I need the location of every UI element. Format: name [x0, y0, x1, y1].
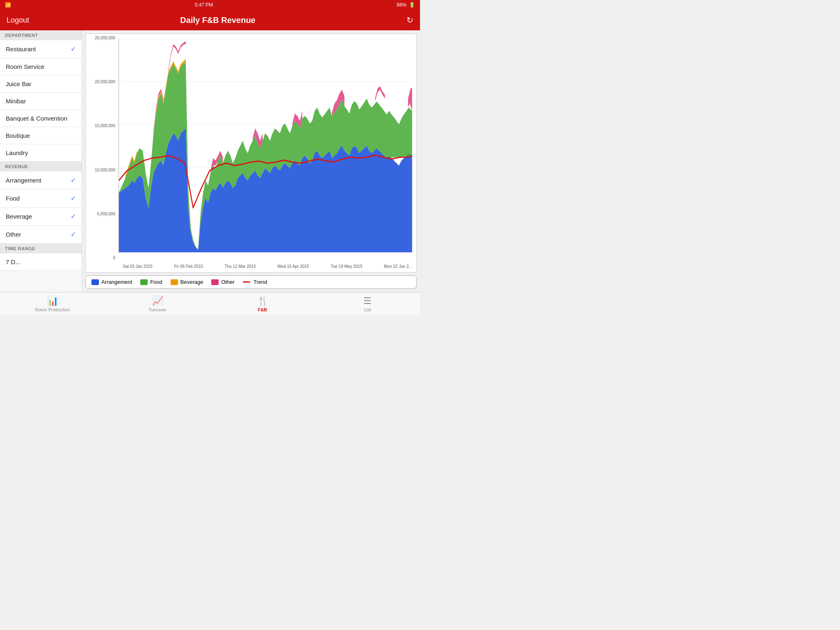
dept-label: Banquet & Convention — [6, 115, 67, 122]
x-label-mar: Thu 12 Mar 2015 — [225, 264, 256, 269]
sidebar-dept-boutique[interactable]: Boutique — [0, 127, 82, 144]
rev-label: Food — [6, 195, 20, 202]
arrangement-swatch — [91, 279, 99, 285]
chart-legend: Arrangement Food Beverage Other Trend — [85, 275, 417, 289]
sidebar-dept-minibar[interactable]: Minibar — [0, 93, 82, 110]
svg-marker-19 — [408, 88, 412, 111]
other-swatch — [211, 279, 219, 285]
status-left: 📶 — [5, 2, 11, 8]
nav-list[interactable]: ☰ List — [315, 292, 420, 315]
sidebar: DEPARTMENT Restaurant✓Room ServiceJuice … — [0, 30, 82, 292]
logout-button[interactable]: Logout — [7, 16, 29, 25]
revenue-section-header: REVENUE — [0, 162, 82, 171]
room-production-icon: 📊 — [47, 296, 58, 306]
chart-area: 0 5,000,000 10,000,000 15,000,000 20,000… — [82, 30, 420, 292]
beverage-swatch — [171, 279, 178, 285]
trend-swatch — [243, 281, 250, 283]
x-label-jun: Mon 22 Jun 2... — [384, 264, 412, 269]
fb-label: F&B — [258, 307, 267, 312]
sidebar-dept-restaurant[interactable]: Restaurant✓ — [0, 40, 82, 58]
battery-icon: 🔋 — [409, 2, 415, 8]
page-title: Daily F&B Revenue — [180, 16, 255, 25]
dept-label: Laundry — [6, 149, 28, 156]
x-axis: Sat 03 Jan 2015 Fri 06 Feb 2015 Thu 12 M… — [119, 260, 416, 272]
x-label-apr: Wed 15 Apr 2015 — [277, 264, 309, 269]
wifi-icon: 📶 — [5, 2, 11, 8]
sidebar-dept-banquet-&-convention[interactable]: Banquet & Convention — [0, 110, 82, 127]
revenue-list: Arrangement✓Food✓Beverage✓Other✓ — [0, 171, 82, 244]
sidebar-dept-room-service[interactable]: Room Service — [0, 58, 82, 75]
department-list: Restaurant✓Room ServiceJuice BarMinibarB… — [0, 40, 82, 162]
time-range-value: 7 D... — [6, 258, 21, 265]
nav-room-production[interactable]: 📊 Room Production — [0, 292, 105, 315]
status-time: 5:47 PM — [195, 2, 213, 8]
time-range-item[interactable]: 7 D... — [0, 253, 82, 271]
rev-label: Beverage — [6, 213, 32, 220]
sidebar-rev-beverage[interactable]: Beverage✓ — [0, 208, 82, 226]
status-bar: 📶 5:47 PM 88% 🔋 — [0, 0, 420, 10]
dept-label: Restaurant — [6, 46, 36, 52]
legend-other: Other — [211, 279, 235, 285]
nav-fb[interactable]: 🍴 F&B — [210, 292, 315, 315]
sidebar-dept-juice-bar[interactable]: Juice Bar — [0, 75, 82, 93]
main-content: DEPARTMENT Restaurant✓Room ServiceJuice … — [0, 30, 420, 292]
x-label-may: Tue 19 May 2015 — [331, 264, 362, 269]
dept-label: Boutique — [6, 132, 30, 139]
dept-label: Juice Bar — [6, 80, 32, 87]
trend-label: Trend — [253, 279, 267, 285]
legend-food: Food — [140, 279, 162, 285]
header: Logout Daily F&B Revenue ↻ — [0, 10, 420, 30]
x-label-jan: Sat 03 Jan 2015 — [123, 264, 153, 269]
other-label: Other — [221, 279, 235, 285]
legend-trend: Trend — [243, 279, 267, 285]
time-range-section-header: TIME RANGE — [0, 244, 82, 253]
checkmark-icon: ✓ — [71, 212, 76, 220]
sidebar-rev-food[interactable]: Food✓ — [0, 189, 82, 208]
checkmark-icon: ✓ — [71, 194, 76, 202]
chart-svg — [86, 34, 416, 272]
refresh-button[interactable]: ↻ — [406, 15, 413, 25]
room-production-label: Room Production — [35, 307, 70, 312]
department-section-header: DEPARTMENT — [0, 30, 82, 40]
turnover-icon: 📈 — [152, 296, 163, 306]
list-label: List — [364, 307, 371, 312]
nav-turnover[interactable]: 📈 Turnover — [105, 292, 210, 315]
battery-label: 88% — [397, 2, 406, 8]
chart-container: 0 5,000,000 10,000,000 15,000,000 20,000… — [85, 34, 417, 273]
dept-label: Minibar — [6, 98, 26, 105]
sidebar-rev-other[interactable]: Other✓ — [0, 226, 82, 244]
checkmark-icon: ✓ — [71, 45, 76, 53]
rev-label: Other — [6, 231, 21, 238]
list-icon: ☰ — [363, 296, 372, 306]
sidebar-dept-laundry[interactable]: Laundry — [0, 144, 82, 162]
checkmark-icon: ✓ — [71, 231, 76, 238]
dept-label: Room Service — [6, 63, 44, 70]
turnover-label: Turnover — [148, 307, 167, 312]
checkmark-icon: ✓ — [71, 176, 76, 184]
bottom-nav: 📊 Room Production 📈 Turnover 🍴 F&B ☰ Lis… — [0, 292, 420, 315]
legend-arrangement: Arrangement — [91, 279, 132, 285]
status-right: 88% 🔋 — [397, 2, 415, 8]
rev-label: Arrangement — [6, 177, 41, 184]
fb-icon: 🍴 — [257, 296, 268, 306]
sidebar-rev-arrangement[interactable]: Arrangement✓ — [0, 171, 82, 189]
food-swatch — [140, 279, 148, 285]
food-label: Food — [150, 279, 162, 285]
svg-marker-18 — [375, 86, 385, 102]
x-label-feb: Fri 06 Feb 2015 — [174, 264, 203, 269]
arrangement-label: Arrangement — [101, 279, 132, 285]
legend-beverage: Beverage — [171, 279, 203, 285]
beverage-label: Beverage — [180, 279, 203, 285]
